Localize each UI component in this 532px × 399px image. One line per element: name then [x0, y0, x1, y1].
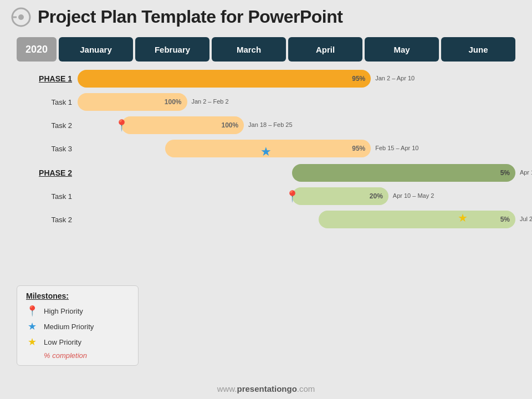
gantt-area: PHASE 1 95% Jan 2 – Apr 10 Task 1 100% J…: [17, 68, 515, 230]
header-icon: [11, 7, 31, 27]
phase1-track: 95% Jan 2 – Apr 10: [78, 68, 515, 89]
phase1-task3-date: Feb 15 – Apr 10: [375, 145, 418, 151]
phase1-label: PHASE 1: [17, 74, 78, 83]
phase2-row: PHASE 2 5% Apr 10 – Jun 10: [17, 162, 515, 183]
phase2-task2-track: 5% ★ Jul 20 – Jun 10: [78, 209, 515, 230]
phase1-task1-track: 100% Jan 2 – Feb 2: [78, 91, 515, 112]
page-title: Project Plan Template for PowerPoint: [38, 7, 342, 27]
phase1-bar: 95%: [78, 70, 371, 88]
milestone-blue-task3: ★: [260, 141, 272, 162]
year-cell: 2020: [17, 37, 57, 62]
phase1-task1-label: Task 1: [17, 98, 78, 106]
phase2-task1-bar: 20%: [292, 187, 388, 205]
phase2-pct: 5%: [500, 169, 510, 177]
phase1-task1-pct: 100%: [165, 98, 182, 106]
svg-point-1: [18, 14, 24, 20]
low-priority-label: Low Priority: [44, 338, 81, 346]
phase2-task2-bar: 5%: [319, 211, 516, 228]
phase1-task3-pct: 95%: [352, 145, 365, 152]
phase1-task2-track: 100% 📍 Jan 18 – Feb 25: [78, 115, 515, 136]
month-march: March: [212, 37, 286, 62]
phase1-task1-bar: 100%: [78, 93, 187, 111]
phase1-task2-row: Task 2 100% 📍 Jan 18 – Feb 25: [17, 115, 515, 136]
month-june: June: [441, 37, 515, 62]
phase1-task3-label: Task 3: [17, 145, 78, 153]
low-priority-icon: ★: [26, 336, 38, 348]
legend-medium-priority: ★ Medium Priority: [26, 320, 129, 332]
phase1-task3-track: 95% ★ Feb 15 – Apr 10: [78, 138, 515, 159]
phase2-task1-row: Task 1 20% 📍 Apr 10 – May 2: [17, 186, 515, 207]
milestone-gold-task2: ★: [458, 211, 468, 224]
legend-title: Milestones:: [26, 291, 129, 300]
phase1-task2-label: Task 2: [17, 121, 78, 130]
legend-low-priority: ★ Low Priority: [26, 336, 129, 348]
month-february: February: [135, 37, 209, 62]
header: Project Plan Template for PowerPoint: [0, 0, 532, 32]
phase2-task1-pct: 20%: [370, 192, 383, 200]
phase1-task1-row: Task 1 100% Jan 2 – Feb 2: [17, 91, 515, 112]
phase2-task2-row: Task 2 5% ★ Jul 20 – Jun 10: [17, 209, 515, 230]
footer: www.presentationgo.com: [0, 384, 532, 393]
legend-high-priority: 📍 High Priority: [26, 305, 129, 317]
phase2-task1-track: 20% 📍 Apr 10 – May 2: [78, 186, 515, 207]
phase1-task2-bar: 100%: [121, 116, 244, 134]
phase2-track: 5% Apr 10 – Jun 10: [78, 162, 515, 183]
medium-priority-label: Medium Priority: [44, 323, 94, 331]
phase1-task2-pct: 100%: [221, 121, 238, 129]
pct-completion-label: % completion: [44, 351, 129, 360]
milestone-red-task2: 📍: [115, 115, 129, 136]
phase2-task1-label: Task 1: [17, 192, 78, 201]
milestone-red-phase2-task1: 📍: [285, 186, 299, 207]
month-april: April: [288, 37, 362, 62]
footer-text: www.presentationgo.com: [217, 384, 315, 393]
legend-box: Milestones: 📍 High Priority ★ Medium Pri…: [17, 285, 139, 366]
month-may: May: [365, 37, 439, 62]
timeline-header: 2020 January February March April May Ju…: [17, 37, 515, 62]
phase1-task1-date: Jan 2 – Feb 2: [191, 98, 228, 105]
phase2-task2-pct: 5%: [500, 216, 510, 223]
phase2-task1-date: Apr 10 – May 2: [393, 192, 434, 199]
phase1-task2-date: Jan 18 – Feb 25: [248, 121, 293, 128]
medium-priority-icon: ★: [26, 320, 38, 332]
high-priority-label: High Priority: [44, 307, 83, 315]
phase2-date: Apr 10 – Jun 10: [520, 169, 532, 176]
high-priority-icon: 📍: [26, 305, 38, 317]
phase2-bar: 5%: [292, 164, 515, 182]
phase1-row: PHASE 1 95% Jan 2 – Apr 10: [17, 68, 515, 89]
month-january: January: [59, 37, 133, 62]
phase2-label: PHASE 2: [17, 168, 78, 177]
phase1-date: Jan 2 – Apr 10: [375, 75, 415, 81]
phase1-task3-row: Task 3 95% ★ Feb 15 – Apr 10: [17, 138, 515, 159]
phase2-task2-date: Jul 20 – Jun 10: [520, 216, 532, 222]
phase1-pct: 95%: [352, 75, 365, 83]
phase2-task2-label: Task 2: [17, 216, 78, 224]
